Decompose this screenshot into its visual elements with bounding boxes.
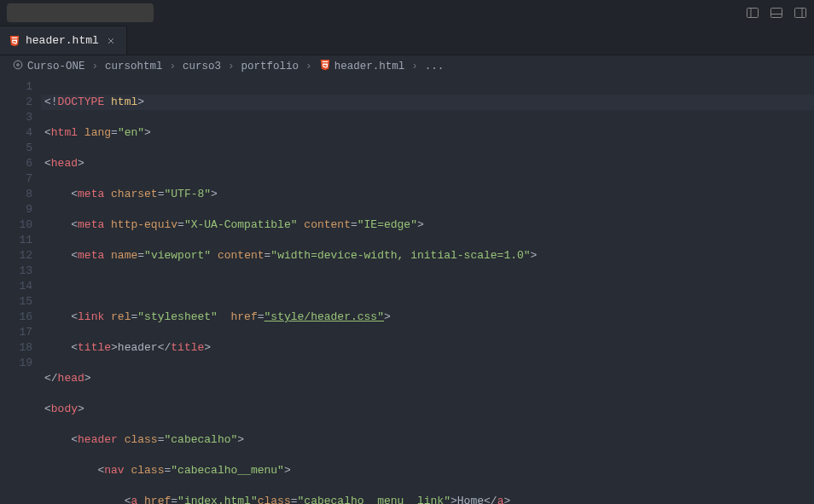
chevron-right-icon: › <box>92 61 99 72</box>
toggle-panel-icon[interactable] <box>770 6 783 20</box>
breadcrumb-item[interactable]: header.html › <box>319 59 422 74</box>
crumb-label: ... <box>425 61 445 72</box>
tab-label: header.html <box>26 34 99 47</box>
line-number-gutter: 123 456 789 101112 131415 161718 19 <box>0 78 44 504</box>
title-bar <box>0 0 814 26</box>
toggle-secondary-sidebar-icon[interactable] <box>794 6 807 20</box>
layout-controls <box>746 6 807 20</box>
svg-point-7 <box>17 64 20 67</box>
html5-icon <box>9 35 20 47</box>
chevron-right-icon: › <box>305 61 312 72</box>
breadcrumb-item[interactable]: curso3 › <box>183 61 238 72</box>
breadcrumb-item[interactable]: Curso-ONE › <box>12 59 102 74</box>
code-editor[interactable]: 123 456 789 101112 131415 161718 19 <!DO… <box>0 78 814 504</box>
editor-tab-header-html[interactable]: header.html <box>0 26 127 55</box>
svg-point-6 <box>14 61 22 69</box>
breadcrumb-item[interactable]: cursohtml › <box>105 61 179 72</box>
breadcrumb[interactable]: Curso-ONE › cursohtml › curso3 › portfol… <box>0 55 814 78</box>
breadcrumb-item[interactable]: portfolio › <box>241 61 316 72</box>
chevron-right-icon: › <box>228 61 235 72</box>
command-center-search[interactable] <box>7 3 154 22</box>
disc-icon <box>12 59 24 74</box>
chevron-right-icon: › <box>170 61 177 72</box>
editor-tab-bar: header.html <box>0 26 814 55</box>
html5-icon <box>319 59 331 74</box>
toggle-primary-sidebar-icon[interactable] <box>746 6 759 20</box>
crumb-label: cursohtml <box>105 61 163 72</box>
crumb-label: Curso-ONE <box>27 61 85 72</box>
chevron-right-icon: › <box>411 61 418 72</box>
crumb-label: portfolio <box>241 61 299 72</box>
crumb-label: header.html <box>334 61 405 72</box>
svg-rect-0 <box>747 9 759 18</box>
code-content[interactable]: <!DOCTYPE html> <html lang="en"> <head> … <box>44 78 814 504</box>
svg-rect-2 <box>771 9 782 18</box>
crumb-label: curso3 <box>183 61 221 72</box>
svg-rect-4 <box>795 9 806 18</box>
breadcrumb-item[interactable]: ... <box>425 61 445 72</box>
close-icon[interactable] <box>104 36 118 46</box>
